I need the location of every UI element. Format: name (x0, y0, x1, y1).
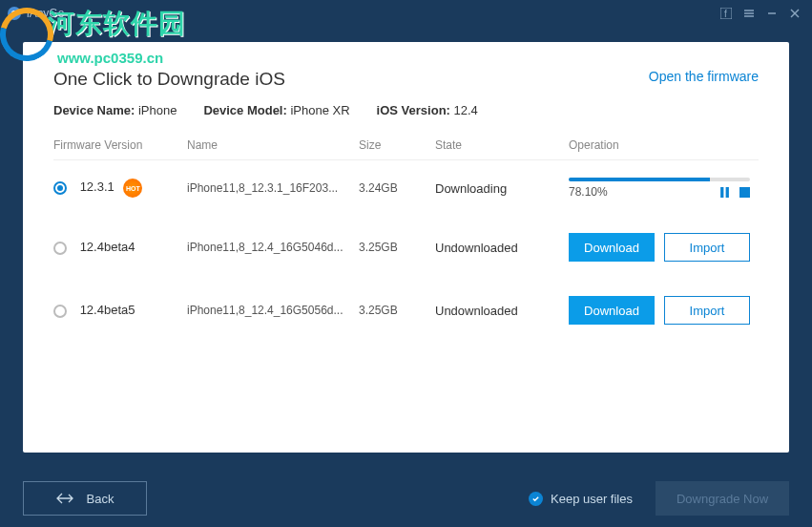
hot-badge-icon: HOT (123, 179, 142, 198)
firmware-state: Undownloaded (435, 304, 569, 318)
col-header-version: Firmware Version (53, 138, 187, 152)
firmware-name: iPhone11,8_12.4_16G5046d... (187, 241, 359, 254)
back-label: Back (87, 492, 115, 506)
radio-select[interactable] (53, 242, 67, 255)
titlebar: iAnyGo f (0, 0, 812, 27)
device-model-label: Device Model: (203, 103, 286, 117)
pause-icon[interactable] (719, 187, 730, 198)
facebook-icon[interactable]: f (717, 4, 736, 23)
svg-text:f: f (724, 9, 727, 19)
firmware-name: iPhone11,8_12.4_16G5056d... (187, 304, 359, 317)
firmware-size: 3.24GB (359, 181, 435, 195)
import-button[interactable]: Import (664, 296, 750, 325)
menu-icon[interactable] (739, 4, 759, 23)
svg-rect-11 (739, 187, 750, 198)
firmware-size: 3.25GB (359, 241, 435, 254)
back-button[interactable]: Back (23, 481, 147, 516)
keep-files-label: Keep user files (551, 492, 633, 506)
firmware-state: Downloading (435, 181, 569, 196)
firmware-version: 12.4beta4 (80, 240, 135, 254)
svg-rect-10 (726, 187, 729, 198)
firmware-name: iPhone11,8_12.3.1_16F203... (187, 181, 359, 195)
close-icon[interactable] (785, 4, 804, 23)
firmware-size: 3.25GB (359, 304, 435, 317)
device-info: Device Name: iPhone Device Model: iPhone… (53, 103, 759, 117)
keep-files-checkbox[interactable]: Keep user files (529, 492, 633, 506)
main-panel: One Click to Downgrade iOS Open the firm… (23, 42, 789, 453)
col-header-state: State (435, 138, 569, 152)
ios-version-label: iOS Version: (377, 103, 450, 117)
col-header-operation: Operation (569, 138, 759, 152)
download-button[interactable]: Download (569, 296, 655, 325)
stop-icon[interactable] (739, 187, 750, 198)
footer: Back Keep user files Downgrade Now (0, 470, 812, 527)
downgrade-button[interactable]: Downgrade Now (656, 481, 789, 516)
svg-point-0 (11, 11, 17, 16)
device-model-value: iPhone XR (290, 103, 349, 117)
open-firmware-link[interactable]: Open the firmware (649, 69, 759, 84)
import-button[interactable]: Import (664, 233, 750, 262)
radio-select[interactable] (53, 305, 67, 318)
svg-rect-9 (720, 187, 723, 198)
app-name: iAnyGo (27, 7, 64, 20)
firmware-version: 12.4beta5 (80, 303, 135, 317)
col-header-size: Size (359, 138, 435, 152)
check-icon (529, 492, 543, 506)
back-arrow-icon (56, 492, 73, 505)
progress-wrap: 78.10% (569, 178, 759, 199)
firmware-version: 12.3.1 (80, 179, 115, 194)
table-row: 12.4beta4 iPhone11,8_12.4_16G5046d... 3.… (53, 216, 759, 279)
col-header-name: Name (187, 138, 359, 152)
progress-bar (569, 178, 750, 181)
minimize-icon[interactable] (762, 4, 781, 23)
ios-version-value: 12.4 (454, 103, 478, 117)
radio-select[interactable] (53, 181, 67, 195)
progress-percent: 78.10% (569, 185, 608, 199)
device-name-label: Device Name: (53, 103, 135, 117)
table-row: 12.3.1 HOT iPhone11,8_12.3.1_16F203... 3… (53, 160, 759, 216)
table-header: Firmware Version Name Size State Operati… (53, 138, 759, 160)
device-name-value: iPhone (138, 103, 177, 117)
table-row: 12.4beta5 iPhone11,8_12.4_16G5056d... 3.… (53, 279, 759, 342)
app-logo-icon (8, 7, 21, 20)
download-button[interactable]: Download (569, 233, 655, 262)
firmware-state: Undownloaded (435, 241, 569, 255)
